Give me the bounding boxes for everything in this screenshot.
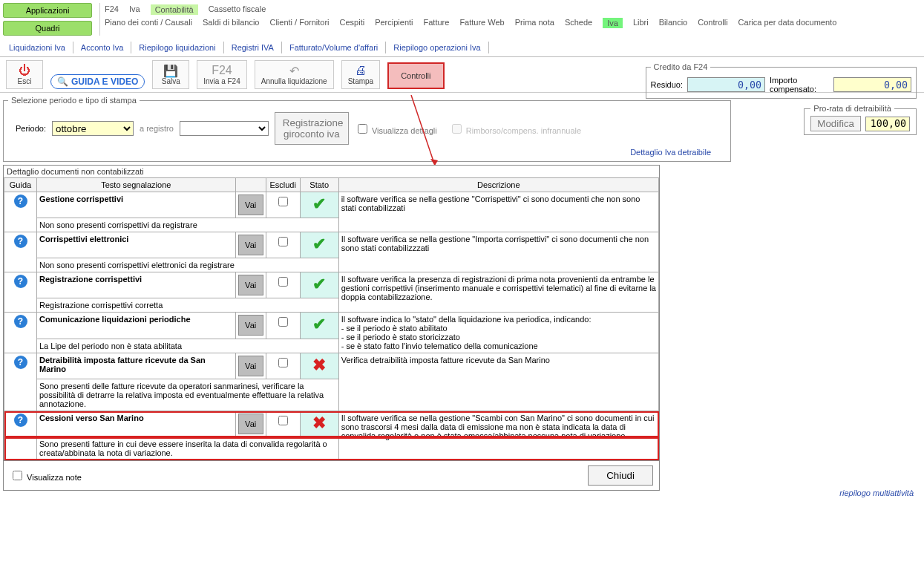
controlli-button[interactable]: Controlli — [387, 62, 444, 89]
subtab-iva[interactable]: Iva — [603, 18, 623, 28]
help-icon[interactable]: ? — [14, 275, 27, 288]
section-acconto[interactable]: Acconto Iva — [78, 42, 131, 53]
section-liquidazioni[interactable]: Liquidazioni Iva — [6, 42, 73, 53]
check-icon: ✔ — [312, 195, 326, 213]
subtab-primanota[interactable]: Prima nota — [515, 18, 554, 28]
exit-icon: ⏻ — [19, 64, 30, 77]
periodo-label: Periodo: — [16, 124, 46, 133]
help-icon[interactable]: ? — [14, 235, 27, 248]
section-tabs: Liquidazioni Iva Acconto Iva Riepilogo l… — [0, 39, 924, 57]
subtab-piano[interactable]: Piano dei conti / Causali — [105, 18, 192, 28]
dettaglio-iva-link[interactable]: Dettaglio Iva detraibile — [630, 148, 711, 157]
rimborso-check[interactable]: Rimborso/compens. infrannuale — [449, 122, 581, 136]
escludi-checkbox[interactable] — [278, 358, 288, 367]
search-icon: 🔍 — [57, 76, 68, 87]
subtab-clienti[interactable]: Clienti / Fornitori — [269, 18, 329, 28]
table-row: ?Gestione corrispettiviVai✔il software v… — [4, 192, 659, 218]
periodo-select[interactable]: ottobre — [52, 121, 134, 136]
escludi-checkbox[interactable] — [278, 277, 288, 287]
table-row: ?Cessioni verso San MarinoVai✖Il softwar… — [4, 411, 659, 437]
escludi-checkbox[interactable] — [278, 237, 288, 246]
chiudi-button[interactable]: Chiudi — [588, 465, 653, 486]
escludi-checkbox[interactable] — [278, 317, 288, 327]
esci-label: Esci — [18, 77, 32, 85]
help-icon[interactable]: ? — [14, 315, 27, 328]
row-title: Gestione corrispettivi — [39, 195, 123, 203]
subtab-saldi[interactable]: Saldi di bilancio — [203, 18, 259, 28]
help-icon[interactable]: ? — [14, 356, 27, 369]
row-note: Non sono presenti corrispettivi elettron… — [37, 258, 339, 272]
section-riepilogo-op[interactable]: Riepilogo operazioni Iva — [390, 42, 488, 53]
top-nav-row: Applicazioni Quadri F24 Iva Contabilità … — [0, 0, 924, 39]
check-icon: ✔ — [312, 235, 326, 253]
escludi-checkbox[interactable] — [278, 197, 288, 206]
prorata-input[interactable] — [865, 117, 910, 131]
main-tab-row: F24 Iva Contabilità Cassetto fiscale — [105, 3, 921, 16]
giroconto-button[interactable]: Registrazione giroconto iva — [275, 112, 349, 145]
quadri-button[interactable]: Quadri — [3, 21, 92, 36]
check-icon: ✔ — [312, 315, 326, 333]
selection-block: Selezione periodo e tipo di stampa Perio… — [0, 96, 924, 162]
vai-button[interactable]: Vai — [238, 275, 263, 295]
row-desc: Il software verifica la presenza di regi… — [338, 272, 658, 313]
importo-input[interactable] — [833, 77, 911, 92]
invia-f24-button[interactable]: F24 Invia a F24 — [197, 60, 246, 89]
guida-video-button[interactable]: 🔍 GUIDA E VIDEO — [50, 74, 145, 89]
tab-cassetto[interactable]: Cassetto fiscale — [209, 4, 266, 15]
row-title: Comunicazione liquidazioni periodiche — [39, 315, 191, 324]
credito-f24-box: Credito da F24 Residuo: Importo compensa… — [646, 62, 917, 99]
subtab-percipienti[interactable]: Percipienti — [375, 18, 413, 28]
vai-button[interactable]: Vai — [238, 414, 263, 434]
subtab-controlli[interactable]: Controlli — [698, 18, 727, 28]
visualizza-note-check[interactable]: Visualizza note — [10, 468, 82, 483]
help-icon[interactable]: ? — [14, 195, 27, 208]
salva-button[interactable]: 💾 Salva — [152, 60, 189, 89]
tab-f24[interactable]: F24 — [105, 4, 119, 15]
help-icon[interactable]: ? — [14, 414, 27, 427]
annulla-button[interactable]: ↶ Annulla liquidazione — [255, 60, 334, 89]
detail-title: Dettaglio documenti non contabilizzati — [4, 166, 659, 177]
row-desc: Il software verifica se nella gestione "… — [338, 411, 658, 460]
vai-button[interactable]: Vai — [238, 195, 263, 215]
subtab-schede[interactable]: Schede — [565, 18, 592, 28]
table-row: ?Comunicazione liquidazioni periodicheVa… — [4, 313, 659, 339]
vai-button[interactable]: Vai — [238, 315, 263, 336]
riepilogo-multiattivita-link[interactable]: riepilogo multiattività — [839, 488, 914, 494]
vai-button[interactable]: Vai — [238, 235, 263, 255]
tab-contabilita[interactable]: Contabilità — [151, 4, 198, 15]
tab-iva[interactable]: Iva — [129, 4, 140, 15]
subtab-libri[interactable]: Libri — [633, 18, 649, 28]
section-fatturato[interactable]: Fatturato/Volume d'affari — [286, 42, 386, 53]
residuo-input[interactable] — [687, 77, 765, 92]
invia-label: Invia a F24 — [203, 77, 240, 85]
x-icon: ✖ — [312, 414, 326, 432]
vai-button[interactable]: Vai — [238, 356, 263, 376]
salva-label: Salva — [162, 77, 180, 85]
top-tabs-area: F24 Iva Contabilità Cassetto fiscale Pia… — [99, 3, 921, 36]
table-row: ?Corrispettivi elettroniciVai✔Il softwar… — [4, 232, 659, 258]
visualizza-dettagli-check[interactable]: Visualizza dettagli — [355, 122, 437, 136]
table-row: ?Registrazione corrispettiviVai✔Il softw… — [4, 272, 659, 298]
subtab-cespiti[interactable]: Cespiti — [340, 18, 365, 28]
escludi-checkbox[interactable] — [278, 416, 288, 425]
residuo-label: Residuo: — [651, 80, 683, 89]
row-desc: il software verifica se nella gestione "… — [338, 192, 658, 232]
subtab-bilancio[interactable]: Bilancio — [659, 18, 688, 28]
row-desc: Il software indica lo "stato" della liqu… — [338, 313, 658, 353]
stampa-button[interactable]: 🖨 Stampa — [341, 60, 380, 89]
save-icon: 💾 — [163, 64, 178, 77]
subtab-fattureweb[interactable]: Fatture Web — [459, 18, 504, 28]
registro-select[interactable] — [180, 121, 269, 136]
a-registro-label: a registro — [140, 124, 174, 133]
subtab-fatture[interactable]: Fatture — [424, 18, 450, 28]
annulla-label: Annulla liquidazione — [261, 77, 327, 85]
row-note: Sono presenti delle fatture ricevute da … — [37, 379, 339, 411]
modifica-button[interactable]: Modifica — [810, 116, 861, 131]
section-registri[interactable]: Registri IVA — [229, 42, 282, 53]
applicazioni-button[interactable]: Applicazioni — [3, 3, 92, 18]
guida-video-label: GUIDA E VIDEO — [71, 76, 138, 87]
subtab-carica[interactable]: Carica per data documento — [738, 18, 837, 28]
section-riepilogo-liq[interactable]: Riepilogo liquidazioni — [136, 42, 223, 53]
esci-button[interactable]: ⏻ Esci — [6, 60, 43, 89]
giroconto-label: Registrazione giroconto iva — [283, 117, 344, 140]
